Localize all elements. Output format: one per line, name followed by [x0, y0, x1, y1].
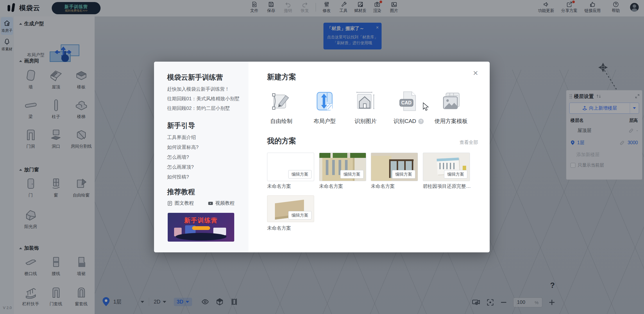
plan-thumbnail: [371, 156, 391, 181]
tutorials-title: 推荐教程: [167, 187, 195, 197]
plan-card-name: 未命名方案: [267, 183, 291, 190]
banner-decor: [176, 233, 226, 240]
layout-plan-option-icon: [313, 90, 336, 113]
use-template-icon: [440, 90, 462, 113]
free-draw-icon: [270, 90, 293, 113]
tutorial-video-link[interactable]: 视频教程: [208, 200, 235, 206]
cad-badge-text: CAD: [401, 100, 412, 105]
edit-plan-button[interactable]: 编辑方案: [288, 211, 312, 220]
plan-card-5[interactable]: 编辑方案: [267, 195, 314, 222]
option-free-draw[interactable]: 自由绘制: [257, 90, 306, 125]
guide-link-roof[interactable]: 怎么画屋顶?: [167, 164, 194, 170]
plan-card-2[interactable]: 编辑方案: [319, 153, 366, 181]
view-all-link[interactable]: 查看全部: [459, 140, 478, 146]
plan-card-3[interactable]: 编辑方案: [371, 153, 418, 181]
recognize-cad-icon: CAD: [397, 90, 420, 113]
camp-link-review02[interactable]: 往期回顾02：简约二层小别墅: [167, 105, 230, 112]
plan-card-name: 未命名方案: [267, 225, 291, 231]
new-plan-title: 新建方案: [267, 72, 296, 82]
beginner-guide-title: 新手引导: [167, 121, 195, 130]
my-plans-title: 我的方案: [267, 136, 296, 146]
training-camp-title: 模袋云新手训练营: [167, 73, 223, 82]
option-recognize-image[interactable]: 识别图片: [341, 90, 390, 125]
banner-title: 新手训练营: [168, 216, 234, 224]
plan-card-4[interactable]: 编辑方案: [423, 153, 470, 181]
recognize-image-icon: [354, 90, 377, 113]
plan-card-name: 未命名方案: [371, 183, 395, 190]
guide-link-submit[interactable]: 如何投稿?: [167, 174, 189, 180]
welcome-modal: 模袋云新手训练营 赶快加入模袋云新手训练营！ 往期回顾01：美式风格精致小别墅 …: [154, 62, 490, 252]
cad-help-icon[interactable]: ?: [418, 119, 424, 124]
edit-plan-button[interactable]: 编辑方案: [392, 170, 415, 179]
plan-card-name: 碧桂园项目还原完整版-...: [423, 183, 472, 190]
plan-card-1[interactable]: 编辑方案: [267, 153, 314, 181]
plan-card-name: 未命名方案: [319, 183, 343, 190]
edit-plan-button[interactable]: 编辑方案: [340, 170, 364, 179]
camp-link-join[interactable]: 赶快加入模袋云新手训练营！: [167, 86, 230, 92]
doc-tutorial-icon: [167, 201, 173, 206]
option-use-template[interactable]: 使用方案模板: [426, 90, 476, 125]
guide-link-ui[interactable]: 工具界面介绍: [167, 134, 196, 141]
tutorial-doc-link[interactable]: 图文教程: [167, 200, 194, 206]
mouse-cursor: [422, 102, 430, 111]
guide-link-wall[interactable]: 怎么画墙?: [167, 154, 189, 160]
camp-link-review01[interactable]: 往期回顾01：美式风格精致小别墅: [167, 96, 239, 102]
guide-link-elevation[interactable]: 如何设置标高?: [167, 144, 198, 151]
edit-plan-button[interactable]: 编辑方案: [444, 170, 467, 179]
modal-right-column: 新建方案 × 自由绘制 布局户型: [248, 62, 490, 252]
edit-plan-button[interactable]: 编辑方案: [288, 170, 312, 179]
modal-close-icon[interactable]: ×: [473, 69, 478, 77]
modal-left-column: 模袋云新手训练营 赶快加入模袋云新手训练营！ 往期回顾01：美式风格精致小别墅 …: [154, 62, 248, 252]
banner-cta-button: [192, 226, 210, 230]
plan-thumbnail: [319, 153, 366, 158]
video-tutorial-icon: [208, 201, 213, 206]
training-camp-banner[interactable]: 新手训练营: [168, 213, 234, 242]
